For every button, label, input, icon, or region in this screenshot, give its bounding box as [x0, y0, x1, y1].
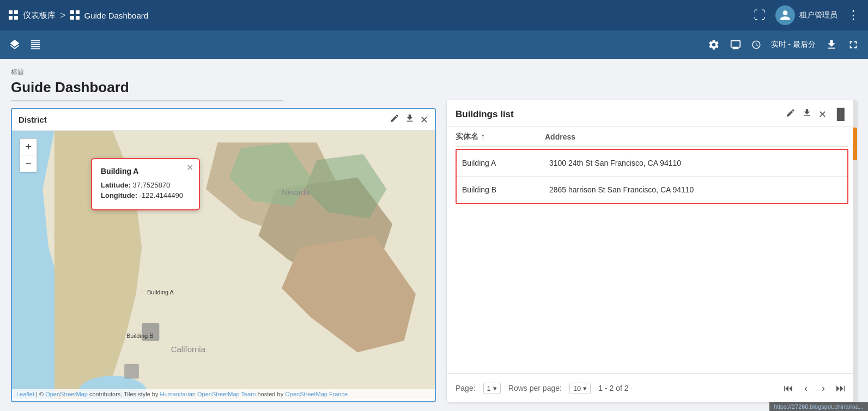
sort-icon[interactable]: ↑ [481, 132, 485, 142]
page-count: 1 - 2 of 2 [598, 384, 628, 392]
top-nav-actions: ⛶ 租户管理员 ⋮ [754, 5, 859, 25]
latitude-value: 37.7525870 [133, 181, 171, 189]
buildings-download-icon[interactable] [802, 108, 812, 120]
scrollbar-thumb[interactable] [853, 128, 857, 160]
rows-select[interactable]: 10 ▾ [569, 383, 591, 394]
popup-longitude: Longitude: -122.4144490 [101, 191, 190, 200]
table-row: Building A 3100 24th St San Francisco, C… [457, 150, 847, 177]
map-download-icon[interactable] [405, 113, 415, 126]
page-chevron-down[interactable]: ▾ [493, 384, 497, 392]
svg-text:Nevada: Nevada [282, 188, 310, 197]
map-edit-icon[interactable] [390, 113, 399, 126]
settings-icon[interactable] [708, 39, 720, 51]
second-toolbar: 实时 - 最后分 [0, 31, 868, 59]
grid-icon-current [70, 10, 80, 20]
map-widget: District ✕ [11, 108, 436, 402]
popup-title: Building A [101, 167, 190, 176]
svg-rect-12 [124, 364, 139, 379]
map-attribution: Leaflet | © OpenStreetMap contributors, … [12, 389, 435, 399]
longitude-label: Longitude: [101, 191, 137, 200]
page-label: Page: [456, 384, 476, 392]
table-row: Building B 2865 harrison St San Francisc… [457, 177, 847, 203]
multicolumn-icon[interactable]: ▐▌ [833, 108, 848, 120]
buildings-close-icon[interactable]: ✕ [818, 108, 827, 120]
pagination-bar: Page: 1 ▾ Rows per page: 10 ▾ 1 - 2 of 2… [447, 373, 857, 402]
next-page-button[interactable]: › [816, 380, 831, 396]
user-name: 租户管理员 [799, 10, 837, 20]
url-bar: https://27260.blogspot.china/ma... [769, 402, 868, 411]
user-area: 租户管理员 [775, 5, 837, 25]
leaflet-link[interactable]: Leaflet [16, 391, 34, 397]
column-address-header: Address [545, 132, 848, 141]
page-title: Guide Dashboard [11, 79, 283, 101]
buildings-header: Buildings list ✕ ▐▌ [447, 100, 857, 126]
map-zoom-controls: + − [20, 138, 37, 172]
prev-page-button[interactable]: ‹ [798, 380, 814, 396]
zoom-in-button[interactable]: + [20, 139, 37, 155]
map-header-actions: ✕ [390, 113, 428, 126]
breadcrumb-library[interactable]: 仪表板库 [23, 10, 56, 21]
building-address-b: 2865 harrison St San Francisco, CA 94110 [544, 185, 847, 194]
map-marker-a: Building A [147, 289, 174, 295]
expand-icon[interactable] [847, 39, 859, 51]
table-header: 实体名 ↑ Address [456, 126, 848, 147]
pagination-nav: ⏮ ‹ › ⏭ [781, 380, 848, 396]
breadcrumb-separator: > [60, 10, 66, 21]
grid-icon [9, 10, 19, 20]
hot-link[interactable]: Humanitarian OpenStreetMap Team [160, 391, 256, 397]
monitor-icon[interactable] [730, 39, 742, 51]
zoom-out-button[interactable]: − [20, 155, 37, 172]
clock-icon [751, 40, 761, 50]
rows-label: Rows per page: [508, 384, 562, 392]
last-page-button[interactable]: ⏭ [833, 380, 848, 396]
popup-close-icon[interactable]: ✕ [186, 162, 193, 173]
osm-france-link[interactable]: OpenStreetMap France [285, 391, 348, 397]
svg-text:California: California [171, 344, 206, 354]
fullscreen-icon[interactable]: ⛶ [754, 8, 766, 22]
buildings-table: 实体名 ↑ Address Building A 3100 24th St Sa… [447, 126, 857, 373]
page-content: 标题 Guide Dashboard District ✕ [0, 59, 868, 411]
left-panel: 标题 Guide Dashboard District ✕ [11, 68, 436, 402]
map-svg: Nevada California [12, 131, 435, 399]
map-popup: ✕ Building A Latitude: 37.7525870 Longit… [91, 158, 200, 210]
rows-chevron-down[interactable]: ▾ [583, 384, 587, 392]
top-navigation: 仪表板库 > Guide Dashboard ⛶ 租户管理员 ⋮ [0, 0, 868, 31]
latitude-label: Latitude: [101, 181, 131, 189]
popup-latitude: Latitude: 37.7525870 [101, 181, 190, 189]
buildings-header-actions: ✕ ▐▌ [786, 108, 848, 120]
page-select[interactable]: 1 ▾ [483, 383, 501, 394]
buildings-title: Buildings list [456, 109, 514, 120]
map-header: District ✕ [12, 109, 435, 131]
layers-icon[interactable] [9, 39, 21, 51]
osm-link[interactable]: OpenStreetMap [45, 391, 88, 397]
column-name-header: 实体名 ↑ [456, 132, 543, 142]
page-label: 标题 [11, 68, 436, 77]
building-name-b: Building B [457, 185, 544, 194]
breadcrumb: 仪表板库 > Guide Dashboard [9, 10, 148, 21]
building-name-a: Building A [457, 159, 544, 167]
map-title: District [19, 115, 47, 124]
more-icon[interactable]: ⋮ [847, 8, 859, 22]
buildings-widget: Buildings list ✕ ▐▌ 实体名 ↑ [447, 100, 857, 402]
breadcrumb-area: 仪表板库 > Guide Dashboard [9, 10, 754, 21]
breadcrumb-current: Guide Dashboard [84, 11, 149, 20]
realtime-label: 实时 - 最后分 [771, 40, 816, 50]
toolbar-right: 实时 - 最后分 [708, 39, 859, 51]
scrollbar[interactable] [853, 100, 857, 402]
right-panel: Buildings list ✕ ▐▌ 实体名 ↑ [447, 100, 857, 402]
map-close-icon[interactable]: ✕ [420, 114, 428, 126]
download-icon[interactable] [825, 39, 837, 51]
building-address-a: 3100 24th St San Francisco, CA 94110 [544, 159, 847, 167]
avatar [775, 5, 795, 25]
table-body: Building A 3100 24th St San Francisco, C… [456, 149, 848, 204]
table-icon[interactable] [29, 39, 41, 51]
map-body[interactable]: Nevada California + − ✕ Building A [12, 131, 435, 399]
longitude-value: -122.4144490 [139, 191, 183, 200]
first-page-button[interactable]: ⏮ [781, 380, 796, 396]
buildings-edit-icon[interactable] [786, 108, 796, 120]
map-marker-b: Building B [126, 333, 154, 339]
toolbar-left [9, 39, 41, 51]
